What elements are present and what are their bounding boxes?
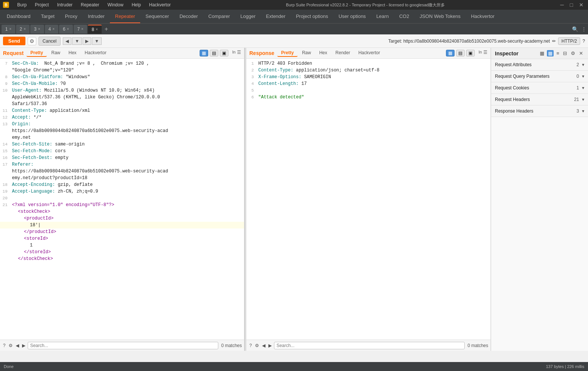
menu-intruder[interactable]: Intruder bbox=[56, 1, 74, 8]
response-tab-hex[interactable]: Hex bbox=[315, 49, 331, 57]
nav-sequencer[interactable]: Sequencer bbox=[140, 10, 174, 23]
request-code[interactable]: 7 Sec-Ch-Ua: Not_A Brand ;v= 8 , Chromiu… bbox=[0, 59, 244, 340]
response-search-settings-icon[interactable]: ⚙ bbox=[254, 342, 260, 349]
request-search-help-icon[interactable]: ? bbox=[2, 342, 6, 349]
inspector-grid-active-icon[interactable]: ▦ bbox=[547, 50, 554, 56]
request-search-next-icon[interactable]: ▶ bbox=[21, 342, 26, 349]
next-down-arrow[interactable]: ▼ bbox=[92, 37, 102, 45]
inspector-section-header[interactable]: Request Cookies 1 ▾ bbox=[491, 82, 588, 93]
help-icon[interactable]: ? bbox=[582, 39, 585, 44]
tab-1[interactable]: 1× bbox=[1, 25, 15, 34]
inspector-section-header[interactable]: Response Headers 3 ▾ bbox=[491, 105, 588, 117]
inspector-section-header[interactable]: Request Attributes 2 ▾ bbox=[491, 59, 588, 70]
request-view-mode-2[interactable]: ▤ bbox=[210, 50, 218, 56]
inspector-section-header[interactable]: Request Query Parameters 0 ▾ bbox=[491, 71, 588, 82]
tab-8-close[interactable]: × bbox=[96, 27, 98, 31]
menu-project[interactable]: Project bbox=[33, 1, 50, 8]
inspector-align-icon[interactable]: ≡ bbox=[555, 50, 560, 56]
next-arrow[interactable]: ▶ bbox=[83, 37, 91, 45]
response-tab-render[interactable]: Render bbox=[332, 49, 354, 57]
edit-target-icon[interactable]: ✏ bbox=[552, 39, 556, 44]
request-view-mode-1[interactable]: ▦ bbox=[200, 50, 208, 56]
request-view-mode-3[interactable]: ▣ bbox=[220, 50, 228, 56]
nav-target[interactable]: Target bbox=[36, 10, 60, 23]
tab-1-close[interactable]: × bbox=[9, 27, 12, 31]
request-more-icon[interactable]: ☰ bbox=[237, 50, 241, 56]
request-tab-hex[interactable]: Hex bbox=[65, 49, 80, 57]
code-line: 16 Sec-Fetch-Dest: empty bbox=[0, 154, 244, 161]
request-tab-raw[interactable]: Raw bbox=[47, 49, 64, 57]
inspector-section-title: Request Headers bbox=[495, 97, 574, 102]
code-line: 17 Referer: bbox=[0, 161, 244, 168]
request-search-settings-icon[interactable]: ⚙ bbox=[8, 342, 13, 349]
request-tab-pretty[interactable]: Pretty bbox=[27, 49, 47, 57]
response-view-mode-1[interactable]: ▦ bbox=[446, 50, 455, 56]
inspector-grid-icon[interactable]: ▦ bbox=[539, 50, 545, 56]
response-ln-indicator: ln bbox=[478, 50, 482, 56]
response-view-mode-2[interactable]: ▤ bbox=[456, 50, 465, 56]
maximize-button[interactable]: □ bbox=[569, 2, 575, 8]
nav-hackvertor[interactable]: Hackvertor bbox=[466, 10, 500, 23]
tab-3[interactable]: 3× bbox=[30, 25, 44, 34]
tab-7-close[interactable]: × bbox=[81, 27, 83, 31]
response-search-input[interactable] bbox=[274, 342, 465, 349]
tab-7[interactable]: 7× bbox=[74, 25, 87, 34]
tab-6[interactable]: 6× bbox=[59, 25, 73, 34]
send-button[interactable]: Send bbox=[3, 37, 25, 45]
more-options-icon[interactable]: ⋮ bbox=[581, 26, 587, 32]
nav-repeater[interactable]: Repeater bbox=[110, 10, 140, 23]
prev-down-arrow[interactable]: ▼ bbox=[72, 37, 82, 45]
nav-co2[interactable]: CO2 bbox=[394, 10, 415, 23]
inspector-split-icon[interactable]: ⊟ bbox=[562, 50, 568, 56]
tab-add-button[interactable]: + bbox=[102, 26, 110, 33]
response-search-next-icon[interactable]: ▶ bbox=[268, 342, 273, 349]
nav-project-options[interactable]: Project options bbox=[291, 10, 333, 23]
nav-user-options[interactable]: User options bbox=[333, 10, 371, 23]
response-tab-raw[interactable]: Raw bbox=[298, 49, 315, 57]
response-search-help-icon[interactable]: ? bbox=[249, 342, 253, 349]
code-line: 4 Content-Length: 17 bbox=[246, 80, 490, 87]
tab-4-close[interactable]: × bbox=[52, 27, 55, 31]
response-tab-pretty[interactable]: Pretty bbox=[277, 49, 298, 57]
menu-hackvertor[interactable]: Hackvertor bbox=[148, 1, 172, 8]
tab-8[interactable]: 8× bbox=[88, 25, 102, 34]
response-more-icon[interactable]: ☰ bbox=[483, 50, 487, 56]
nav-jwt[interactable]: JSON Web Tokens bbox=[415, 10, 466, 23]
inspector-section-header[interactable]: Request Headers 21 ▾ bbox=[491, 94, 588, 105]
tab-2[interactable]: 2× bbox=[16, 25, 30, 34]
inspector-section-count: 1 bbox=[576, 85, 579, 91]
nav-learn[interactable]: Learn bbox=[371, 10, 394, 23]
request-search-input[interactable] bbox=[28, 342, 218, 349]
response-tab-hackvertor[interactable]: Hackvertor bbox=[355, 49, 384, 57]
nav-extender[interactable]: Extender bbox=[261, 10, 291, 23]
settings-icon[interactable]: ⚙ bbox=[28, 37, 36, 45]
nav-logger[interactable]: Logger bbox=[235, 10, 261, 23]
response-code: 1 HTTP/2 403 Forbidden 2 Content-Type: a… bbox=[246, 59, 490, 340]
inspector-section-query-params: Request Query Parameters 0 ▾ bbox=[491, 71, 588, 82]
menu-repeater[interactable]: Repeater bbox=[79, 1, 101, 8]
tab-3-close[interactable]: × bbox=[38, 27, 40, 31]
nav-dashboard[interactable]: Dashboard bbox=[1, 10, 36, 23]
nav-proxy[interactable]: Proxy bbox=[60, 10, 83, 23]
inspector-gear-icon[interactable]: ⚙ bbox=[570, 50, 576, 56]
menu-window[interactable]: Window bbox=[106, 1, 125, 8]
response-view-mode-3[interactable]: ▣ bbox=[466, 50, 475, 56]
protocol-selector[interactable]: HTTP/2 bbox=[558, 37, 580, 45]
prev-arrow[interactable]: ◀ bbox=[63, 37, 71, 45]
menu-help[interactable]: Help bbox=[130, 1, 142, 8]
tab-2-close[interactable]: × bbox=[24, 27, 26, 31]
search-icon[interactable]: 🔍 bbox=[572, 26, 578, 32]
response-search-prev-icon[interactable]: ◀ bbox=[261, 342, 266, 349]
nav-decoder[interactable]: Decoder bbox=[174, 10, 203, 23]
request-search-prev-icon[interactable]: ◀ bbox=[15, 342, 20, 349]
cancel-button[interactable]: Cancel bbox=[39, 37, 61, 46]
nav-intruder[interactable]: Intruder bbox=[83, 10, 110, 23]
nav-comparer[interactable]: Comparer bbox=[203, 10, 235, 23]
minimize-button[interactable]: ─ bbox=[559, 2, 566, 8]
inspector-close-icon[interactable]: ✕ bbox=[578, 50, 584, 56]
menu-burp[interactable]: Burp bbox=[16, 1, 28, 8]
close-button[interactable]: ✕ bbox=[578, 2, 585, 8]
tab-6-close[interactable]: × bbox=[67, 27, 69, 31]
tab-4[interactable]: 4× bbox=[45, 25, 59, 34]
request-tab-hackvertor[interactable]: Hackvertor bbox=[81, 49, 110, 57]
